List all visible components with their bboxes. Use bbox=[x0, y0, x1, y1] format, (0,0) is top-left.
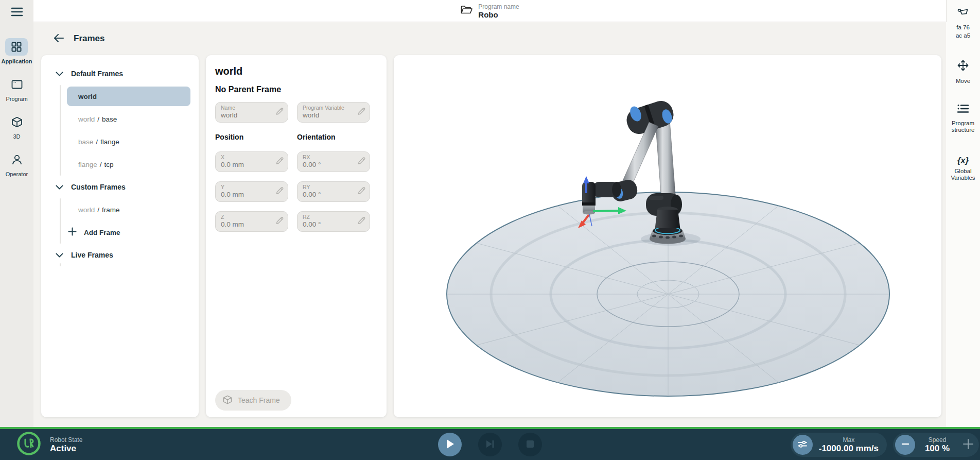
rail-item-label: Program structure bbox=[947, 120, 979, 133]
step-button[interactable] bbox=[478, 433, 502, 456]
robot-state-group[interactable]: Robot State Active bbox=[16, 431, 82, 458]
parent-frame-label: No Parent Frame bbox=[215, 85, 377, 94]
apps-grid-icon bbox=[5, 38, 28, 56]
3d-scene bbox=[394, 55, 941, 417]
back-button[interactable] bbox=[51, 31, 66, 46]
rail-item-move[interactable]: Move bbox=[947, 59, 979, 84]
plus-icon bbox=[962, 438, 974, 451]
tree-item-base[interactable]: world / base bbox=[41, 108, 199, 130]
max-speed-pill: Max -1000.00 mm/s bbox=[791, 433, 887, 457]
tree-group-custom-frames[interactable]: Custom Frames bbox=[41, 176, 199, 198]
menu-button[interactable] bbox=[7, 4, 27, 21]
sidebar-item-label: Program bbox=[6, 96, 27, 102]
rail-item-label: Global Variables bbox=[947, 168, 979, 181]
max-label: Max bbox=[843, 436, 855, 444]
edit-pencil-icon[interactable] bbox=[275, 107, 284, 118]
play-button[interactable] bbox=[438, 433, 462, 456]
rail-item-program-structure[interactable]: Program structure bbox=[947, 103, 979, 133]
orientation-section-title: Orientation bbox=[297, 133, 370, 142]
sidebar-item-application[interactable]: Application bbox=[2, 38, 32, 64]
edit-pencil-icon[interactable] bbox=[275, 186, 284, 197]
field-value: 0.00 ° bbox=[303, 191, 356, 199]
checksum-line-2: ac a5 bbox=[956, 32, 970, 39]
add-frame-label: Add Frame bbox=[84, 229, 120, 236]
menu-icon bbox=[11, 7, 23, 19]
sidebar-item-label: Application bbox=[2, 58, 32, 64]
field-value: 0.0 mm bbox=[221, 161, 274, 169]
field-label: Z bbox=[221, 214, 274, 220]
sidebar-item-program[interactable]: Program bbox=[6, 76, 28, 102]
orientation-rz-field[interactable]: RZ 0.00 ° bbox=[297, 211, 370, 232]
field-label: Y bbox=[221, 184, 274, 191]
tree-item-world[interactable]: world bbox=[41, 85, 199, 108]
field-label: X bbox=[221, 154, 274, 161]
program-name-texts: Program name Robo bbox=[478, 3, 519, 19]
tree-item-frame[interactable]: world / frame bbox=[41, 198, 199, 221]
tree-group-label: Live Frames bbox=[71, 251, 113, 259]
field-value: world bbox=[303, 111, 356, 120]
rail-item-global-variables[interactable]: {x} Global Variables bbox=[947, 157, 979, 181]
orientation-rx-field[interactable]: RX 0.00 ° bbox=[297, 151, 370, 172]
edit-pencil-icon[interactable] bbox=[357, 157, 366, 167]
main-row: Application Program 3D Operator bbox=[0, 0, 980, 427]
field-label: RZ bbox=[303, 214, 356, 220]
center-pane: Program name Robo Frames bbox=[33, 0, 946, 427]
field-label: Name bbox=[221, 105, 274, 111]
minus-icon bbox=[901, 439, 910, 450]
field-value: 0.00 ° bbox=[303, 161, 356, 169]
orientation-ry-field[interactable]: RY 0.00 ° bbox=[297, 181, 370, 202]
program-variable-field[interactable]: Program Variable world bbox=[297, 102, 370, 123]
stop-button[interactable] bbox=[518, 433, 542, 456]
right-tool-rail: fa 76 ac a5 Move Program structure {x} G… bbox=[946, 0, 980, 427]
edit-pencil-icon[interactable] bbox=[275, 216, 284, 227]
3d-viewport[interactable] bbox=[394, 55, 941, 417]
teach-cube-icon bbox=[222, 395, 233, 406]
edit-pencil-icon[interactable] bbox=[357, 107, 366, 118]
rail-item-label: Move bbox=[956, 78, 970, 84]
left-nav-rail: Application Program 3D Operator bbox=[0, 0, 33, 427]
robot-state-label: Robot State bbox=[50, 436, 82, 444]
position-z-field[interactable]: Z 0.0 mm bbox=[215, 211, 288, 232]
field-value: 0.0 mm bbox=[221, 220, 274, 229]
tree-item-flange[interactable]: base / flange bbox=[41, 130, 199, 153]
position-x-field[interactable]: X 0.0 mm bbox=[215, 151, 288, 172]
edit-pencil-icon[interactable] bbox=[357, 216, 366, 227]
move-icon bbox=[956, 59, 970, 74]
robot-state-value: Active bbox=[50, 444, 82, 453]
edit-pencil-icon[interactable] bbox=[275, 157, 284, 167]
cube-3d-icon bbox=[6, 113, 28, 131]
position-section-title: Position bbox=[215, 133, 288, 142]
tree-item-sep: / bbox=[97, 206, 99, 214]
tree-item-tcp[interactable]: flange / tcp bbox=[41, 153, 199, 176]
speed-value: 100 % bbox=[925, 444, 950, 453]
page-title: Frames bbox=[74, 33, 104, 44]
frame-detail-title: world bbox=[215, 65, 377, 77]
teach-frame-button[interactable]: Teach Frame bbox=[215, 390, 291, 411]
sidebar-item-label: Operator bbox=[6, 171, 28, 177]
speed-decrease-button[interactable] bbox=[895, 435, 915, 455]
program-name-value: Robo bbox=[478, 10, 519, 19]
safety-checksum[interactable]: fa 76 ac a5 bbox=[956, 6, 970, 39]
sidebar-item-operator[interactable]: Operator bbox=[6, 151, 28, 177]
tree-item-parent: base bbox=[78, 138, 93, 146]
sidebar-item-3d[interactable]: 3D bbox=[6, 113, 28, 140]
speed-increase-button[interactable] bbox=[959, 434, 977, 455]
folder-icon bbox=[460, 4, 472, 18]
tree-item-name: base bbox=[102, 115, 117, 123]
tree-group-label: Custom Frames bbox=[71, 183, 126, 191]
program-structure-icon bbox=[956, 103, 970, 116]
field-label: Program Variable bbox=[303, 105, 356, 111]
speed-settings-button[interactable] bbox=[793, 435, 813, 455]
tune-icon bbox=[797, 439, 808, 450]
tree-group-live-frames[interactable]: Live Frames bbox=[41, 244, 199, 266]
edit-pencil-icon[interactable] bbox=[357, 186, 366, 197]
add-frame-button[interactable]: Add Frame bbox=[41, 221, 199, 244]
page-header: Frames bbox=[33, 22, 946, 55]
program-name-chip[interactable]: Program name Robo bbox=[460, 3, 519, 19]
max-value: -1000.00 mm/s bbox=[819, 444, 879, 453]
tree-group-default-frames[interactable]: Default Frames bbox=[41, 62, 199, 85]
name-field[interactable]: Name world bbox=[215, 102, 288, 123]
position-y-field[interactable]: Y 0.0 mm bbox=[215, 181, 288, 202]
tree-item-sep: / bbox=[97, 115, 99, 123]
program-name-label: Program name bbox=[478, 3, 519, 10]
